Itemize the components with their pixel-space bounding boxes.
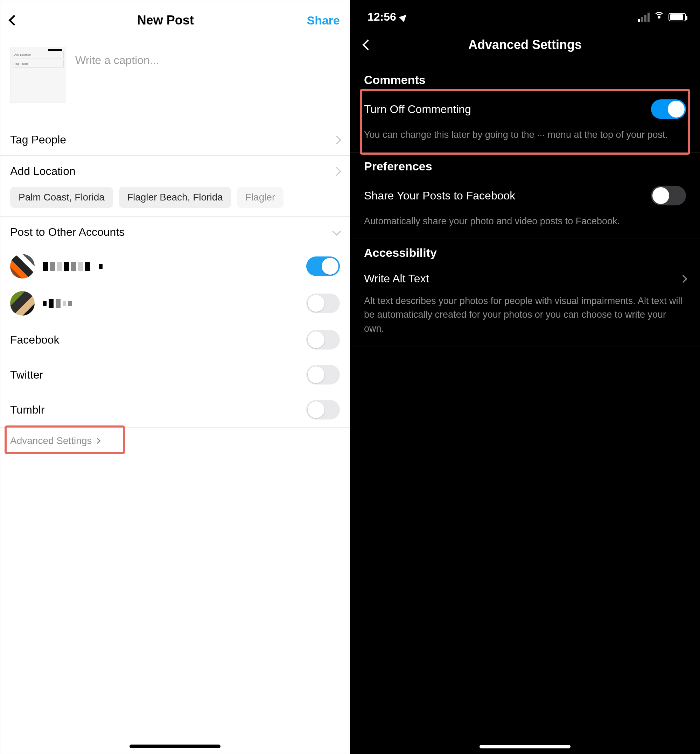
header: Advanced Settings bbox=[350, 27, 700, 66]
post-to-other-accounts-row[interactable]: Post to Other Accounts bbox=[0, 217, 350, 248]
add-location-row[interactable]: Add Location bbox=[0, 156, 350, 187]
accounts-list bbox=[0, 248, 350, 322]
new-post-screen: New Post Share Add Location Tag People W… bbox=[0, 0, 350, 754]
service-toggle[interactable] bbox=[306, 400, 340, 420]
wifi-icon bbox=[654, 12, 664, 22]
status-bar: 12:56 bbox=[350, 0, 700, 27]
row-label: Turn Off Commenting bbox=[364, 103, 471, 116]
home-indicator bbox=[480, 745, 570, 748]
write-alt-text-row[interactable]: Write Alt Text bbox=[350, 265, 700, 292]
avatar bbox=[10, 254, 34, 278]
tag-people-row[interactable]: Tag People bbox=[0, 124, 350, 156]
share-to-facebook-toggle[interactable] bbox=[651, 186, 686, 205]
back-button[interactable] bbox=[10, 16, 24, 24]
account-share-toggle[interactable] bbox=[306, 256, 340, 276]
row-description: Automatically share your photo and video… bbox=[350, 212, 700, 239]
account-name-redacted bbox=[43, 299, 72, 308]
thumb-line: Tag People bbox=[12, 60, 64, 67]
avatar bbox=[10, 291, 34, 315]
page-title: Advanced Settings bbox=[364, 37, 686, 52]
service-toggle[interactable] bbox=[306, 330, 340, 350]
status-icons bbox=[638, 12, 686, 22]
row-label: Share Your Posts to Facebook bbox=[364, 189, 515, 202]
advanced-settings-label: Advanced Settings bbox=[10, 435, 92, 446]
turn-off-commenting-toggle[interactable] bbox=[651, 99, 686, 119]
section-header-preferences: Preferences bbox=[350, 153, 700, 179]
page-title: New Post bbox=[137, 13, 194, 28]
chevron-down-icon bbox=[332, 227, 341, 236]
header: New Post Share bbox=[0, 0, 350, 39]
location-arrow-icon bbox=[399, 12, 409, 22]
row-description: You can change this later by going to th… bbox=[350, 126, 700, 153]
account-share-toggle[interactable] bbox=[306, 293, 340, 313]
section-header-comments: Comments bbox=[350, 66, 700, 92]
row-label: Tag People bbox=[10, 133, 66, 146]
chevron-right-icon bbox=[94, 438, 100, 444]
chevron-right-icon bbox=[332, 167, 341, 176]
location-chip[interactable]: Flagler Beach, Florida bbox=[119, 187, 231, 208]
row-label: Add Location bbox=[10, 165, 76, 178]
row-label: Write Alt Text bbox=[364, 272, 429, 285]
account-row bbox=[0, 248, 350, 285]
row-description: Alt text describes your photos for peopl… bbox=[350, 292, 700, 346]
account-identity bbox=[10, 254, 103, 278]
location-chip[interactable]: Palm Coast, Florida bbox=[10, 187, 113, 208]
chevron-left-icon bbox=[8, 15, 19, 25]
service-twitter-row: Twitter bbox=[0, 357, 350, 392]
chevron-right-icon bbox=[679, 275, 688, 283]
share-button[interactable]: Share bbox=[306, 14, 340, 27]
caption-row: Add Location Tag People Write a caption.… bbox=[0, 39, 350, 124]
account-row bbox=[0, 285, 350, 322]
chevron-right-icon bbox=[332, 136, 341, 144]
cellular-signal-icon bbox=[638, 12, 650, 22]
services-list: Facebook Twitter Tumblr bbox=[0, 322, 350, 428]
turn-off-commenting-row: Turn Off Commenting bbox=[350, 92, 700, 126]
location-chip[interactable]: Flagler bbox=[237, 187, 284, 208]
service-label: Twitter bbox=[10, 368, 43, 381]
share-to-facebook-row: Share Your Posts to Facebook bbox=[350, 179, 700, 212]
advanced-settings-screen: 12:56 Advanced Settings Comments Turn Of… bbox=[350, 0, 700, 754]
service-facebook-row: Facebook bbox=[0, 322, 350, 357]
row-label: Post to Other Accounts bbox=[10, 226, 125, 239]
account-identity bbox=[10, 291, 72, 315]
caption-input[interactable]: Write a caption... bbox=[75, 47, 340, 67]
service-tumblr-row: Tumblr bbox=[0, 392, 350, 427]
battery-icon bbox=[669, 13, 686, 21]
status-time: 12:56 bbox=[367, 11, 396, 23]
section-header-accessibility: Accessibility bbox=[350, 239, 700, 265]
service-label: Tumblr bbox=[10, 403, 44, 416]
home-indicator bbox=[130, 745, 220, 748]
advanced-settings-row[interactable]: Advanced Settings bbox=[0, 428, 350, 455]
status-time-block: 12:56 bbox=[367, 11, 408, 23]
service-label: Facebook bbox=[10, 333, 59, 347]
thumb-line: Add Location bbox=[12, 51, 64, 58]
location-suggestions: Palm Coast, Florida Flagler Beach, Flori… bbox=[0, 187, 350, 217]
account-name-redacted bbox=[43, 262, 103, 271]
post-thumbnail[interactable]: Add Location Tag People bbox=[10, 47, 66, 103]
service-toggle[interactable] bbox=[306, 365, 340, 384]
